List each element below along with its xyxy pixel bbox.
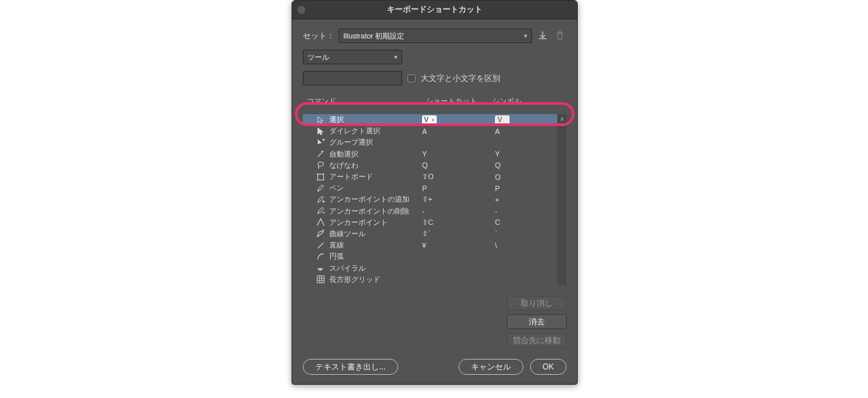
dialog-footer: テキスト書き出し... キャンセル OK [292, 359, 577, 384]
table-row[interactable]: スパイラル [303, 262, 567, 273]
shortcut-cell: ⇧+ [422, 195, 495, 204]
tool-icon [303, 218, 329, 227]
column-headers: コマンド ショートカット シンボル [303, 92, 567, 107]
shortcut-list-area: 選択V×Vダイレクト選択AAグループ選択自動選択YYなげなわQQアートボード⇧O… [303, 114, 567, 285]
svg-point-4 [318, 190, 319, 191]
command-name: アンカーポイントの追加 [329, 194, 422, 204]
command-name: アンカーポイント [329, 218, 422, 228]
table-row[interactable]: 自動選択YY [303, 149, 567, 160]
table-row[interactable]: 円弧 [303, 251, 567, 262]
table-row[interactable]: ダイレクト選択AA [303, 125, 567, 137]
chevron-down-icon: ▾ [524, 33, 527, 39]
shortcut-edit-field[interactable]: V× [422, 115, 437, 125]
symbol-cell: \ [495, 241, 521, 249]
command-name: なげなわ [329, 161, 422, 170]
keyboard-shortcuts-dialog: キーボードショートカット セット： Illustrator 初期設定 ▾ ツール [292, 0, 578, 385]
tool-icon [303, 195, 329, 204]
scrollbar[interactable] [557, 123, 567, 285]
set-select[interactable]: Illustrator 初期設定 ▾ [339, 29, 532, 43]
export-text-button[interactable]: テキスト書き出し... [303, 359, 398, 375]
table-row[interactable]: 選択V×V [303, 114, 567, 125]
symbol-cell: - [495, 207, 521, 215]
table-row[interactable]: アートボード⇧OO [303, 171, 567, 182]
command-name: グループ選択 [329, 137, 422, 147]
command-name: 曲線ツール [329, 229, 422, 239]
table-row[interactable]: 直線¥\ [303, 239, 567, 251]
tool-icon [303, 206, 329, 216]
table-row[interactable]: 長方形グリッド [303, 274, 567, 285]
set-select-value: Illustrator 初期設定 [343, 31, 404, 41]
tool-icon [303, 127, 329, 136]
svg-rect-7 [317, 276, 325, 283]
symbol-cell[interactable]: V [495, 115, 521, 125]
command-name: 自動選択 [329, 149, 422, 159]
col-symbol: シンボル [492, 96, 563, 106]
table-row[interactable]: なげなわQQ [303, 160, 567, 171]
delete-set-button [553, 29, 567, 42]
symbol-cell: ` [495, 230, 521, 237]
undo-button: 取り消し [507, 296, 567, 310]
shortcut-cell: Q [422, 161, 495, 169]
case-sensitive-checkbox[interactable] [407, 74, 415, 82]
trash-icon [556, 31, 564, 40]
symbol-cell: P [495, 184, 521, 192]
titlebar: キーボードショートカット [292, 1, 577, 19]
shortcut-cell: - [422, 207, 495, 215]
save-icon [538, 31, 547, 40]
svg-point-5 [317, 236, 319, 237]
search-field[interactable] [303, 71, 402, 86]
save-set-button[interactable] [536, 29, 549, 42]
command-name: アンカーポイントの削除 [329, 206, 422, 216]
clear-shortcut-icon[interactable]: × [431, 117, 435, 123]
table-row[interactable]: 曲線ツール⇧`` [303, 228, 567, 239]
ok-button[interactable]: OK [530, 359, 567, 375]
set-row: セット： Illustrator 初期設定 ▾ [303, 29, 567, 43]
clear-button[interactable]: 消去 [507, 314, 567, 329]
command-name: 円弧 [329, 251, 422, 261]
close-window-button[interactable] [298, 6, 305, 14]
tool-icon [303, 263, 329, 273]
tool-icon [303, 229, 329, 238]
symbol-edit-field[interactable]: V [495, 115, 510, 125]
table-row[interactable]: アンカーポイントの削除-- [303, 206, 567, 217]
command-name: スパイラル [329, 263, 422, 273]
tool-icon [303, 184, 329, 193]
tool-icon [303, 115, 329, 125]
search-input[interactable] [310, 74, 402, 82]
table-row[interactable]: グループ選択 [303, 137, 567, 148]
symbol-cell: Y [495, 150, 521, 158]
dialog-body: セット： Illustrator 初期設定 ▾ ツール ▾ [292, 19, 577, 359]
tool-icon [303, 241, 329, 250]
table-row[interactable]: ペンPP [303, 182, 567, 194]
scroll-up-button[interactable]: ∧ [557, 114, 567, 123]
svg-point-2 [318, 163, 324, 166]
tool-icon [303, 275, 329, 284]
tool-icon [303, 138, 329, 147]
shortcut-cell: P [422, 184, 495, 192]
set-label: セット： [303, 31, 335, 42]
category-row: ツール ▾ [303, 50, 567, 64]
dialog-title: キーボードショートカット [387, 4, 482, 15]
search-row: 大文字と小文字を区別 [303, 71, 567, 86]
symbol-cell: Q [495, 161, 521, 169]
col-command: コマンド [307, 96, 426, 106]
shortcut-list[interactable]: 選択V×Vダイレクト選択AAグループ選択自動選択YYなげなわQQアートボード⇧O… [303, 114, 567, 285]
command-name: 直線 [329, 240, 422, 250]
table-row[interactable]: アンカーポイント⇧CC [303, 217, 567, 228]
case-sensitive-label: 大文字と小文字を区別 [421, 73, 500, 84]
chevron-down-icon: ▾ [394, 54, 398, 60]
symbol-cell: C [495, 218, 521, 226]
command-name: アートボード [329, 172, 422, 182]
shortcut-cell[interactable]: V× [422, 115, 495, 125]
shortcut-cell: ⇧` [422, 230, 495, 238]
table-row[interactable]: アンカーポイントの追加⇧++ [303, 194, 567, 205]
cancel-button[interactable]: キャンセル [459, 359, 523, 375]
svg-line-6 [318, 242, 324, 248]
command-name: ペン [329, 183, 422, 193]
shortcut-cell: A [422, 127, 495, 135]
category-select[interactable]: ツール ▾ [303, 50, 402, 64]
command-name: 選択 [329, 115, 422, 125]
command-name: 長方形グリッド [329, 275, 422, 285]
right-buttons: 取り消し 消去 競合先に移動 [303, 296, 567, 348]
tool-icon [303, 161, 329, 170]
